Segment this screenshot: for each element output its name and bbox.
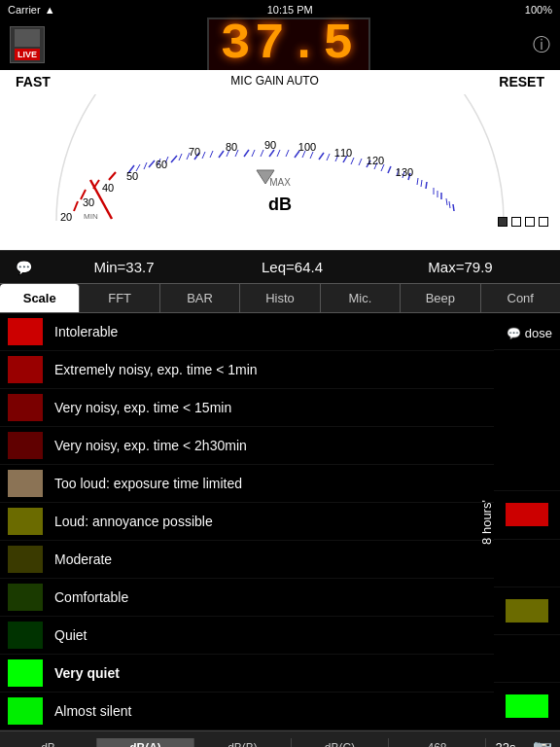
dose-bar-empty-2 bbox=[494, 540, 560, 587]
scale-item: Very noisy, exp. time < 2h30min bbox=[0, 427, 560, 465]
hours-label: 8 hours' bbox=[479, 500, 494, 545]
display-number: 37.5 bbox=[207, 18, 371, 72]
svg-text:110: 110 bbox=[334, 147, 352, 159]
svg-line-39 bbox=[359, 159, 362, 165]
scale-color-box bbox=[8, 470, 43, 497]
db-label: dB bbox=[268, 195, 292, 215]
info-icon[interactable]: ⓘ bbox=[533, 33, 550, 56]
live-icon bbox=[15, 29, 40, 47]
svg-line-45 bbox=[421, 180, 422, 187]
svg-text:50: 50 bbox=[126, 170, 138, 182]
battery-label: 100% bbox=[525, 4, 552, 16]
bottom-tab-dbb[interactable]: dB(B) bbox=[194, 738, 292, 748]
meter-section: FAST MIC GAIN AUTO RESET bbox=[0, 70, 560, 250]
tab-mic[interactable]: Mic. bbox=[321, 284, 401, 312]
bottom-tab-db[interactable]: dB bbox=[0, 738, 97, 748]
bubble-icon: 💬 bbox=[16, 260, 32, 275]
svg-line-27 bbox=[210, 151, 213, 158]
page-dot-4[interactable] bbox=[539, 217, 548, 227]
fast-label[interactable]: FAST bbox=[16, 74, 51, 89]
page-dot-2[interactable] bbox=[511, 217, 521, 227]
bottom-tab-dbc[interactable]: dB(C) bbox=[292, 738, 389, 748]
scale-color-box bbox=[8, 318, 43, 345]
scale-item: Very noisy, exp. time < 15min bbox=[0, 389, 560, 427]
reset-label[interactable]: RESET bbox=[499, 74, 544, 89]
timer-label: 22s bbox=[486, 737, 525, 747]
bottom-tab-468[interactable]: 468 bbox=[389, 738, 486, 748]
scale-item-label: Moderate bbox=[54, 551, 112, 567]
scale-item: Very quiet bbox=[0, 655, 560, 693]
scale-item: Too loud: exposure time limited bbox=[0, 465, 560, 503]
svg-text:20: 20 bbox=[60, 211, 72, 223]
scale-item: Intolerable bbox=[0, 313, 560, 351]
svg-line-26 bbox=[202, 152, 205, 159]
carrier-label: Carrier bbox=[8, 4, 41, 16]
dose-bar-empty-3 bbox=[494, 635, 560, 683]
page-dot-1[interactable] bbox=[498, 217, 508, 227]
dose-label: dose bbox=[525, 326, 552, 340]
tab-scale[interactable]: Scale bbox=[0, 284, 80, 312]
svg-text:90: 90 bbox=[264, 139, 276, 151]
svg-line-10 bbox=[269, 150, 274, 157]
svg-line-19 bbox=[453, 204, 454, 211]
svg-line-8 bbox=[219, 151, 224, 158]
scale-item-label: Loud: annoyance possible bbox=[54, 514, 213, 529]
tab-conf[interactable]: Conf bbox=[481, 284, 560, 312]
svg-text:60: 60 bbox=[156, 159, 167, 170]
tab-beep[interactable]: Beep bbox=[401, 284, 480, 312]
bottom-bar: dB dB(A) dB(B) dB(C) 468 22s 📷 bbox=[0, 730, 560, 747]
top-section: LIVE 37.5 ⓘ bbox=[0, 19, 560, 70]
svg-text:MIN: MIN bbox=[84, 212, 98, 221]
svg-line-15 bbox=[388, 166, 391, 173]
bottom-tab-dba[interactable]: dB(A) bbox=[97, 738, 194, 748]
min-stat: Min=33.7 bbox=[40, 259, 208, 275]
svg-text:130: 130 bbox=[396, 166, 413, 178]
page-dot-3[interactable] bbox=[525, 217, 535, 227]
camera-icon[interactable]: 📷 bbox=[525, 735, 560, 747]
svg-text:30: 30 bbox=[83, 196, 94, 208]
mic-gain-label: MIC GAIN AUTO bbox=[230, 74, 318, 89]
scale-item: Extremely noisy, exp. time < 1min bbox=[0, 351, 560, 389]
svg-line-31 bbox=[261, 150, 263, 157]
dose-bar-red bbox=[494, 491, 560, 539]
scale-color-box bbox=[8, 622, 43, 649]
scale-container: IntolerableExtremely noisy, exp. time < … bbox=[0, 313, 560, 730]
tabs-row: Scale FFT BAR Histo Mic. Beep Conf bbox=[0, 283, 560, 313]
scale-item-label: Too loud: exposure time limited bbox=[54, 476, 242, 491]
scale-item-label: Very noisy, exp. time < 2h30min bbox=[54, 438, 247, 453]
scale-item-label: Comfortable bbox=[54, 589, 128, 605]
tab-histo[interactable]: Histo bbox=[240, 284, 320, 312]
max-stat: Max=79.9 bbox=[376, 259, 544, 275]
svg-text:40: 40 bbox=[102, 182, 114, 194]
svg-line-5 bbox=[149, 160, 155, 167]
stats-row: 💬 Min=33.7 Leq=64.4 Max=79.9 bbox=[0, 250, 560, 283]
dose-bubble-icon: 💬 bbox=[507, 327, 521, 340]
dose-bars bbox=[494, 350, 560, 730]
svg-line-24 bbox=[179, 154, 182, 160]
tab-fft[interactable]: FFT bbox=[80, 284, 159, 312]
meter-canvas-area: 20 30 40 50 60 70 80 90 100 110 120 130 … bbox=[0, 89, 560, 231]
scale-item-label: Intolerable bbox=[54, 324, 118, 339]
meter-top-row: FAST MIC GAIN AUTO RESET bbox=[0, 70, 560, 89]
svg-text:80: 80 bbox=[226, 141, 237, 153]
scale-color-box bbox=[8, 508, 43, 535]
svg-line-0 bbox=[74, 201, 78, 211]
live-badge: LIVE bbox=[10, 26, 45, 63]
scale-item: Almost silent bbox=[0, 693, 560, 730]
svg-text:70: 70 bbox=[189, 146, 200, 158]
svg-text:MAX: MAX bbox=[269, 177, 291, 188]
svg-line-38 bbox=[351, 158, 354, 164]
svg-line-3 bbox=[109, 172, 116, 180]
scale-color-box bbox=[8, 432, 43, 459]
leq-stat: Leq=64.4 bbox=[208, 259, 376, 275]
scale-color-box bbox=[8, 659, 43, 687]
time-label: 10:15 PM bbox=[267, 4, 313, 16]
svg-text:100: 100 bbox=[298, 141, 316, 153]
svg-line-12 bbox=[319, 153, 324, 160]
scale-item: Comfortable bbox=[0, 579, 560, 617]
svg-line-48 bbox=[446, 198, 447, 205]
tab-bar[interactable]: BAR bbox=[160, 284, 240, 312]
svg-line-44 bbox=[417, 178, 418, 185]
wifi-icon: ▲ bbox=[45, 4, 55, 16]
scale-color-box bbox=[8, 697, 43, 725]
